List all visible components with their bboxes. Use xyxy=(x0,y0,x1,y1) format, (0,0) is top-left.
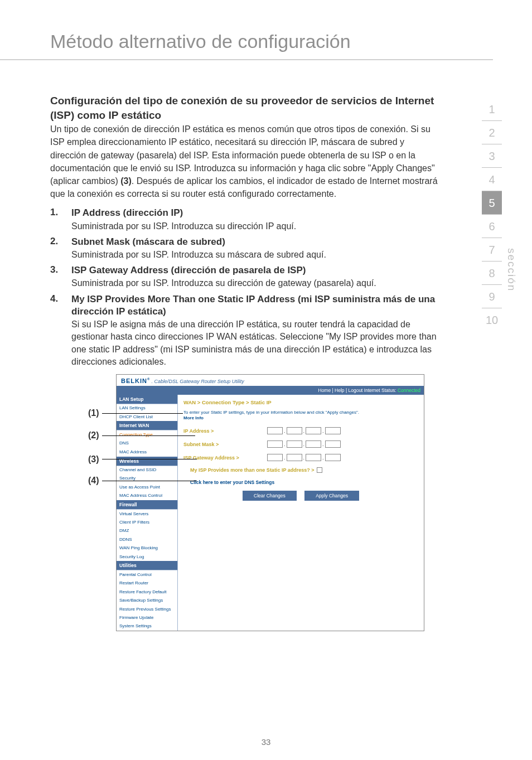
top-nav-links[interactable]: Home | Help | Logout Internet Status: xyxy=(318,388,396,393)
ip-octet-input[interactable] xyxy=(287,454,302,461)
page-title: Método alternativo de configuración xyxy=(0,0,493,60)
list-number: 2. xyxy=(50,236,71,261)
router-screenshot-figure: (1) (2) (3) (4) BELKIN®. Cable/DSL Gatew… xyxy=(116,374,438,632)
side-item[interactable]: Restore Factory Default xyxy=(117,588,177,596)
section-navigator: 1 2 3 4 5 6 7 8 9 10 xyxy=(482,98,502,331)
intro-paragraph: Un tipo de conexión de dirección IP está… xyxy=(50,123,438,200)
callout-3: (3) xyxy=(88,454,99,464)
side-item[interactable]: WAN Ping Blocking xyxy=(117,544,177,553)
section-nav-5[interactable]: 5 xyxy=(482,191,502,215)
section-nav-9[interactable]: 9 xyxy=(482,285,502,308)
side-item[interactable]: Security Log xyxy=(117,553,177,561)
callout-4: (4) xyxy=(88,476,99,486)
ip-octet-input[interactable] xyxy=(287,440,302,448)
gateway-label: ISP Gateway Address > xyxy=(183,455,267,461)
section-nav-2[interactable]: 2 xyxy=(482,121,502,144)
section-nav-10[interactable]: 10 xyxy=(482,308,502,331)
section-vertical-label: sección xyxy=(505,248,518,292)
side-group: LAN Setup xyxy=(117,395,177,404)
item-text: Suministrada por su ISP. Introduzca su m… xyxy=(71,249,438,261)
callout-1: (1) xyxy=(88,408,99,418)
list-item: 3. ISP Gateway Address (dirección de pas… xyxy=(50,264,438,289)
page-number: 33 xyxy=(0,737,532,747)
side-group: Utilities xyxy=(117,561,177,570)
side-item[interactable]: Virtual Servers xyxy=(117,510,177,518)
item-title: My ISP Provides More Than one Static IP … xyxy=(71,293,438,318)
callout-2: (2) xyxy=(88,430,99,440)
item-text: Suministrada por su ISP. Introduzca su d… xyxy=(71,277,438,289)
panel-intro: To enter your Static IP settings, type i… xyxy=(183,410,418,422)
ip-octet-input[interactable] xyxy=(306,427,321,434)
brand-subtitle: . Cable/DSL Gateway Router Setup Utility xyxy=(151,379,244,384)
side-item[interactable]: Client IP Filters xyxy=(117,519,177,527)
item-title: IP Address (dirección IP) xyxy=(71,207,438,219)
ip-address-label: IP Address > xyxy=(183,428,267,434)
ip-octet-input[interactable] xyxy=(267,454,283,461)
side-item[interactable]: Parental Control xyxy=(117,570,177,579)
list-item: 2. Subnet Mask (máscara de subred) Sumin… xyxy=(50,236,438,261)
list-item: 4. My ISP Provides More Than one Static … xyxy=(50,293,438,369)
side-group: Wireless xyxy=(117,457,177,466)
item-text: Si su ISP le asigna más de una dirección… xyxy=(71,318,438,369)
item-title: ISP Gateway Address (dirección de pasare… xyxy=(71,264,438,277)
ip-octet-input[interactable] xyxy=(325,440,341,448)
side-group: Firewall xyxy=(117,500,177,510)
side-item[interactable]: Restart Router xyxy=(117,579,177,588)
ip-octet-input[interactable] xyxy=(325,454,341,461)
multi-static-label: My ISP Provides more than one Static IP … xyxy=(190,467,315,473)
list-number: 1. xyxy=(50,207,71,232)
list-item: 1. IP Address (dirección IP) Suministrad… xyxy=(50,207,438,232)
item-text: Suministrada por su ISP. Introduzca su d… xyxy=(71,220,438,233)
ip-octet-input[interactable] xyxy=(267,440,283,448)
section-nav-4[interactable]: 4 xyxy=(482,168,502,191)
router-sidebar: LAN Setup LAN Settings DHCP Client List … xyxy=(117,395,178,631)
ip-octet-input[interactable] xyxy=(267,427,283,434)
side-item[interactable]: DHCP Client List xyxy=(117,413,177,421)
side-item[interactable]: DDNS xyxy=(117,535,177,544)
side-item[interactable]: Firmware Update xyxy=(117,613,177,622)
section-nav-7[interactable]: 7 xyxy=(482,238,502,262)
intro-bold-ref: (3) xyxy=(120,176,132,186)
breadcrumb: WAN > Connection Type > Static IP xyxy=(183,399,418,405)
section-nav-6[interactable]: 6 xyxy=(482,215,502,238)
item-title: Subnet Mask (máscara de subred) xyxy=(71,236,438,248)
clear-changes-button[interactable]: Clear Changes xyxy=(243,491,297,501)
section-nav-3[interactable]: 3 xyxy=(482,144,502,168)
side-item[interactable]: LAN Settings xyxy=(117,404,177,413)
router-title-bar: BELKIN®. Cable/DSL Gateway Router Setup … xyxy=(117,375,424,386)
ip-octet-input[interactable] xyxy=(325,427,341,434)
side-group: Internet WAN xyxy=(117,421,177,430)
multi-static-checkbox[interactable] xyxy=(317,467,322,473)
apply-changes-button[interactable]: Apply Changes xyxy=(304,491,359,501)
dns-settings-link[interactable]: Click here to enter your DNS Settings xyxy=(190,480,418,485)
section-heading: Configuración del tipo de conexión de su… xyxy=(50,94,438,122)
list-number: 4. xyxy=(50,293,71,369)
side-item[interactable]: Use as Access Point xyxy=(117,483,177,491)
ip-octet-input[interactable] xyxy=(306,440,321,448)
side-item[interactable]: MAC Address xyxy=(117,448,177,456)
internet-status-value: Connected xyxy=(398,388,420,393)
side-item[interactable]: DNS xyxy=(117,439,177,448)
section-nav-8[interactable]: 8 xyxy=(482,262,502,285)
side-item[interactable]: Save/Backup Settings xyxy=(117,597,177,605)
more-info-link[interactable]: More Info xyxy=(183,415,204,420)
ip-octet-input[interactable] xyxy=(306,454,321,461)
numbered-list: 1. IP Address (dirección IP) Suministrad… xyxy=(50,207,438,368)
router-main-panel: WAN > Connection Type > Static IP To ent… xyxy=(178,395,424,631)
side-item[interactable]: MAC Address Control xyxy=(117,492,177,500)
side-item[interactable]: Restore Previous Settings xyxy=(117,605,177,613)
subnet-mask-label: Subnet Mask > xyxy=(183,442,267,447)
side-item[interactable]: Security xyxy=(117,475,177,483)
side-item[interactable]: System Settings xyxy=(117,622,177,631)
section-nav-1[interactable]: 1 xyxy=(482,98,502,121)
side-item[interactable]: DMZ xyxy=(117,527,177,535)
brand-logo: BELKIN® xyxy=(121,377,150,384)
side-item[interactable]: Channel and SSID xyxy=(117,466,177,475)
router-top-bar: Home | Help | Logout Internet Status: Co… xyxy=(117,386,424,395)
ip-octet-input[interactable] xyxy=(287,427,302,434)
list-number: 3. xyxy=(50,264,71,289)
